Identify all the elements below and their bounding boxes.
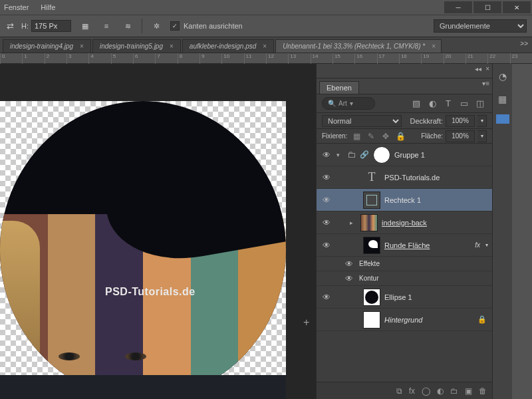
gear-icon[interactable]: ✲ (149, 19, 164, 33)
layer-name[interactable]: Ellipse 1 (384, 293, 488, 301)
opacity-label: Deckkraft: (410, 117, 443, 125)
filter-type-icon[interactable]: T (442, 97, 455, 110)
layer-fx-item[interactable]: 👁 Effekte (317, 257, 492, 271)
fx-icon[interactable]: fx (409, 386, 415, 396)
layer-row-text[interactable]: 👁 T PSD-Tutorials.de (317, 166, 492, 189)
layer-filter-kind[interactable]: 🔍 Art ▾ (322, 97, 375, 110)
filter-pixel-icon[interactable]: ▧ (410, 97, 423, 110)
lock-icon: 🔒 (477, 315, 488, 324)
filter-smart-icon[interactable]: ◫ (473, 97, 487, 110)
close-icon[interactable]: × (170, 43, 174, 50)
panel-close-icon[interactable]: × (485, 65, 489, 72)
height-label: H: (21, 22, 29, 30)
lock-position-icon[interactable]: ✥ (380, 131, 391, 142)
panel-collapse-icon[interactable]: ◂◂ (475, 65, 481, 72)
swatch-icon[interactable] (496, 114, 509, 124)
collapsed-panels-column: ◔ ▦ (492, 64, 512, 399)
options-bar: ⇄ H: ▦ ≡ ≋ ✲ ✓ Kanten ausrichten Grundel… (0, 15, 532, 37)
color-panel-icon[interactable]: ◔ (495, 69, 510, 84)
cursor-crosshair-icon: + (303, 317, 309, 329)
close-icon[interactable]: × (432, 43, 436, 50)
doc-tab-active[interactable]: Unbenannt-1 bei 33,3% (Rechteck 1, CMYK/… (275, 39, 442, 53)
filter-shape-icon[interactable]: ▭ (458, 97, 471, 110)
align-left-icon[interactable]: ≡ (99, 19, 114, 33)
panel-menu-icon[interactable]: ▾≡ (482, 80, 489, 87)
arrange-icon[interactable]: ≋ (120, 19, 135, 33)
delete-icon[interactable]: 🗑 (479, 386, 487, 396)
filter-adjust-icon[interactable]: ◐ (426, 97, 439, 110)
height-input[interactable] (31, 20, 71, 32)
lock-transparency-icon[interactable]: ▦ (351, 131, 362, 142)
visibility-icon[interactable]: 👁 (321, 149, 332, 161)
maximize-button[interactable]: ☐ (473, 1, 501, 13)
layer-row-ellipse[interactable]: 👁 Ellipse 1 (317, 286, 492, 309)
fx-item-label: Effekte (359, 260, 488, 267)
chevron-down-icon[interactable]: ▾ (477, 130, 487, 142)
tabs-overflow[interactable]: >> (520, 40, 528, 47)
close-icon[interactable]: × (263, 43, 267, 50)
doc-tab[interactable]: indesign-training4.jpg× (3, 39, 91, 53)
minimize-button[interactable]: ─ (444, 1, 472, 13)
fx-item-label: Kontur (359, 275, 488, 282)
close-button[interactable]: ✕ (503, 1, 531, 13)
group-icon[interactable]: 🗀 (450, 386, 458, 396)
visibility-icon[interactable]: 👁 (343, 258, 355, 270)
chevron-down-icon[interactable]: ▾ (477, 115, 487, 127)
visibility-icon[interactable]: 👁 (321, 172, 332, 184)
visibility-icon[interactable]: 👁 (321, 291, 332, 303)
canvas-area[interactable]: PSD-Tutorials.de + (0, 64, 316, 399)
layer-fx-item[interactable]: 👁 Kontur (317, 271, 492, 286)
lock-all-icon[interactable]: 🔒 (395, 131, 406, 142)
panel-tab-layers[interactable]: Ebenen (319, 81, 359, 94)
doc-tab[interactable]: aufkleber-indesign.psd× (182, 39, 274, 53)
layer-thumb (373, 146, 390, 164)
link-layers-icon[interactable]: ⧉ (396, 386, 402, 396)
visibility-icon[interactable]: 👁 (321, 217, 332, 229)
new-layer-icon[interactable]: ▣ (465, 386, 472, 396)
link-icon: 🔗 (360, 150, 369, 159)
layer-name[interactable]: Hintergrund (384, 316, 473, 324)
opacity-value[interactable]: 100% (446, 115, 475, 127)
layer-name[interactable]: Gruppe 1 (394, 151, 488, 159)
menu-hilfe[interactable]: Hilfe (41, 3, 55, 11)
artboard: PSD-Tutorials.de (0, 101, 286, 399)
mask-icon[interactable]: ◯ (422, 386, 430, 396)
chevron-down-icon[interactable]: ▾ (485, 242, 488, 248)
layer-name[interactable]: indesign-back (382, 219, 488, 227)
visibility-icon[interactable]: 👁 (321, 239, 332, 251)
layer-row-round[interactable]: 👁 Runde Fläche fx ▾ (317, 234, 492, 257)
blend-mode-select[interactable]: Normal (322, 115, 402, 127)
visibility-icon[interactable]: 👁 (321, 194, 332, 206)
titlebar: Fenster Hilfe ─ ☐ ✕ (0, 0, 532, 15)
layer-row-selected[interactable]: 👁 Rechteck 1 (317, 189, 492, 211)
lock-pixels-icon[interactable]: ✎ (366, 131, 376, 142)
doc-tab[interactable]: indesign-training5.jpg× (92, 39, 181, 53)
layer-name[interactable]: Rechteck 1 (384, 196, 488, 204)
fill-label: Fläche: (421, 132, 443, 140)
close-icon[interactable]: × (80, 43, 84, 50)
layer-row-background[interactable]: Hintergrund 🔒 (317, 309, 492, 331)
disc-design: PSD-Tutorials.de (0, 101, 286, 399)
layer-row-smart[interactable]: 👁 ▸ indesign-back (317, 211, 492, 234)
document-tabs: indesign-training4.jpg× indesign-trainin… (0, 37, 532, 53)
disclosure-icon[interactable]: ▾ (336, 152, 343, 158)
disclosure-icon[interactable]: ▸ (350, 219, 356, 226)
align-edges-checkbox[interactable]: ✓ Kanten ausrichten (170, 21, 243, 31)
anchor-icon[interactable]: ▦ (78, 19, 92, 33)
swatches-panel-icon[interactable]: ▦ (495, 92, 510, 106)
folder-icon: 🗀 (347, 150, 356, 160)
panel-tab-row: ◂◂× (317, 64, 492, 78)
layer-filter-row: 🔍 Art ▾ ▧ ◐ T ▭ ◫ (317, 94, 492, 113)
visibility-icon[interactable]: 👁 (343, 273, 355, 285)
menu-fenster[interactable]: Fenster (4, 3, 29, 11)
adjustment-icon[interactable]: ◐ (437, 386, 444, 396)
layer-row-group[interactable]: 👁 ▾ 🗀 🔗 Gruppe 1 (317, 144, 492, 166)
visibility-icon[interactable] (321, 314, 332, 326)
fill-value[interactable]: 100% (446, 130, 475, 142)
fx-badge[interactable]: fx (475, 241, 480, 249)
workspace-select[interactable]: Grundelemente (434, 19, 527, 33)
layer-name[interactable]: Runde Fläche (384, 241, 471, 249)
workspace-switcher[interactable]: Grundelemente (434, 19, 527, 33)
layer-name[interactable]: PSD-Tutorials.de (384, 174, 488, 182)
link-wh-icon[interactable]: ⇄ (5, 21, 15, 31)
